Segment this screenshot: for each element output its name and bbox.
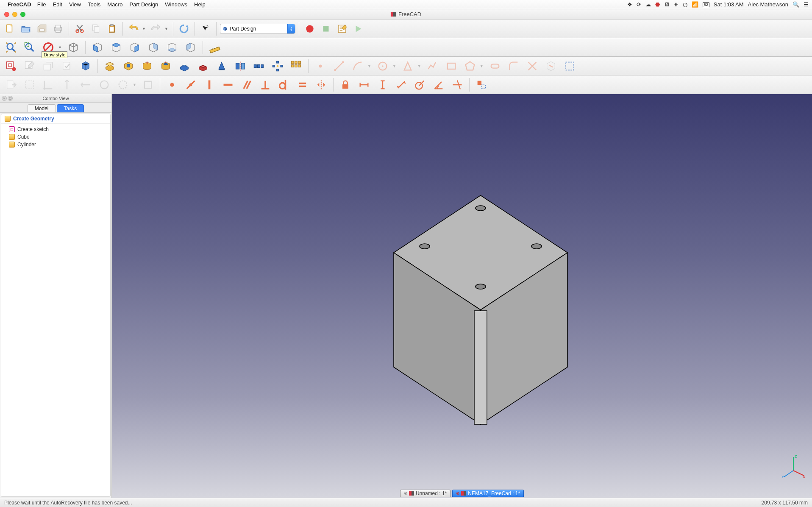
draft-button[interactable] (213, 58, 230, 74)
sketch-polyline-button[interactable] (424, 58, 441, 74)
macro-execute-button[interactable] (351, 22, 365, 36)
select-vert-axis-button[interactable] (58, 77, 75, 93)
constrain-radius-button[interactable] (412, 77, 428, 93)
window-minimize-button[interactable] (12, 12, 17, 17)
close-icon[interactable]: ⊗ (456, 491, 459, 496)
menu-file[interactable]: File (37, 1, 46, 8)
edit-sketch-button[interactable] (21, 58, 38, 74)
constrain-vdist-button[interactable] (374, 77, 391, 93)
fit-all-button[interactable] (3, 39, 19, 56)
cut-button[interactable] (72, 22, 87, 36)
print-button[interactable] (51, 22, 65, 36)
right-view-button[interactable] (126, 39, 143, 56)
arc-dropdown-icon[interactable]: ▼ (367, 64, 371, 68)
menu-help[interactable]: Help (194, 1, 206, 8)
macro-stop-button[interactable] (319, 22, 333, 36)
linear-pattern-button[interactable] (250, 58, 267, 74)
workbench-selector[interactable]: Part Design (220, 24, 295, 34)
rear-view-button[interactable] (145, 39, 162, 56)
sketch-circle-button[interactable] (374, 58, 391, 74)
undo-dropdown-icon[interactable]: ▼ (142, 27, 146, 31)
dropbox-icon[interactable]: ❖ (627, 1, 632, 8)
measure-button[interactable] (206, 39, 223, 56)
fit-selection-button[interactable] (21, 39, 38, 56)
menu-list-icon[interactable]: ☰ (804, 1, 809, 8)
tab-tasks[interactable]: Tasks (57, 104, 84, 112)
new-document-button[interactable] (3, 22, 17, 36)
circle-dropdown-icon[interactable]: ▼ (392, 64, 396, 68)
tab-model[interactable]: Model (28, 104, 56, 112)
menu-view[interactable]: View (69, 1, 81, 8)
new-sketch-button[interactable] (3, 58, 19, 74)
select-conflicting-button[interactable] (114, 77, 131, 93)
select-dropdown-icon[interactable]: ▼ (133, 83, 136, 87)
conic-dropdown-icon[interactable]: ▼ (417, 64, 421, 68)
whats-this-button[interactable]: ? (198, 22, 213, 36)
save-document-button[interactable] (35, 22, 49, 36)
menu-tools[interactable]: Tools (88, 1, 100, 8)
display-icon[interactable]: 🖥 (664, 1, 670, 8)
macro-record-button[interactable] (303, 22, 317, 36)
clock-icon[interactable]: ◷ (683, 1, 687, 8)
menu-partdesign[interactable]: Part Design (129, 1, 158, 8)
menubar-datetime[interactable]: Sat 1:03 AM (714, 1, 744, 8)
paste-button[interactable] (105, 22, 119, 36)
sketch-point-button[interactable] (312, 58, 329, 74)
bluetooth-icon[interactable]: ⧺ (674, 1, 679, 8)
multitransform-button[interactable] (288, 58, 305, 74)
sketch-arc-button[interactable] (349, 58, 366, 74)
constrain-coincident-button[interactable] (164, 77, 181, 93)
undo-button[interactable] (126, 22, 141, 36)
sync-icon[interactable]: ⟳ (637, 1, 641, 8)
macro-list-button[interactable] (335, 22, 349, 36)
panel-float-icon[interactable]: ◻ (8, 96, 13, 101)
left-view-button[interactable] (182, 39, 199, 56)
polar-pattern-button[interactable] (269, 58, 286, 74)
app-name[interactable]: FreeCAD (8, 1, 31, 8)
redo-button[interactable] (149, 22, 163, 36)
spotlight-icon[interactable]: 🔍 (793, 1, 799, 8)
pad-button[interactable] (101, 58, 118, 74)
sketch-slot-button[interactable] (487, 58, 503, 74)
map-sketch-button[interactable] (40, 58, 57, 74)
constrain-distance-button[interactable] (393, 77, 410, 93)
constrain-vertical-button[interactable] (201, 77, 218, 93)
select-horiz-axis-button[interactable] (77, 77, 94, 93)
top-view-button[interactable] (108, 39, 125, 56)
menu-edit[interactable]: Edit (53, 1, 62, 8)
constrain-snell-button[interactable] (449, 77, 466, 93)
constrain-parallel-button[interactable] (238, 77, 255, 93)
sketch-external-button[interactable] (542, 58, 559, 74)
validate-sketch-button[interactable] (58, 58, 75, 74)
notification-icon[interactable]: ⬣ (655, 1, 660, 8)
sketch-rectangle-button[interactable] (443, 58, 460, 74)
menu-windows[interactable]: Windows (165, 1, 187, 8)
refresh-button[interactable] (177, 22, 191, 36)
select-redundant-button[interactable] (96, 77, 113, 93)
sketch-trim-button[interactable] (524, 58, 541, 74)
constrain-perpendicular-button[interactable] (257, 77, 274, 93)
polygon-dropdown-icon[interactable]: ▼ (480, 64, 484, 68)
open-document-button[interactable] (19, 22, 33, 36)
select-origin-button[interactable] (40, 77, 57, 93)
close-icon[interactable]: ⊗ (404, 491, 407, 496)
task-create-sketch[interactable]: Create sketch (3, 125, 108, 133)
constrain-symmetric-button[interactable] (313, 77, 330, 93)
sketch-fillet-button[interactable] (505, 58, 522, 74)
sketch-polygon-button[interactable] (462, 58, 478, 74)
front-view-button[interactable] (89, 39, 106, 56)
task-cylinder[interactable]: Cylinder (3, 141, 108, 148)
groove-button[interactable] (157, 58, 174, 74)
copy-button[interactable] (89, 22, 103, 36)
wifi-icon[interactable]: 📶 (692, 1, 698, 8)
toggle-construction-button[interactable] (473, 77, 490, 93)
view-sketch-button[interactable] (21, 77, 38, 93)
draw-style-dropdown-icon[interactable]: ▼ (58, 45, 62, 50)
battery-icon[interactable]: 82 (703, 2, 709, 7)
fillet-button[interactable] (176, 58, 193, 74)
constrain-equal-button[interactable] (294, 77, 311, 93)
draw-style-button[interactable]: Draw style (40, 39, 57, 56)
bottom-view-button[interactable] (164, 39, 181, 56)
constrain-point-on-button[interactable] (182, 77, 199, 93)
sketch-conic-button[interactable] (399, 58, 416, 74)
